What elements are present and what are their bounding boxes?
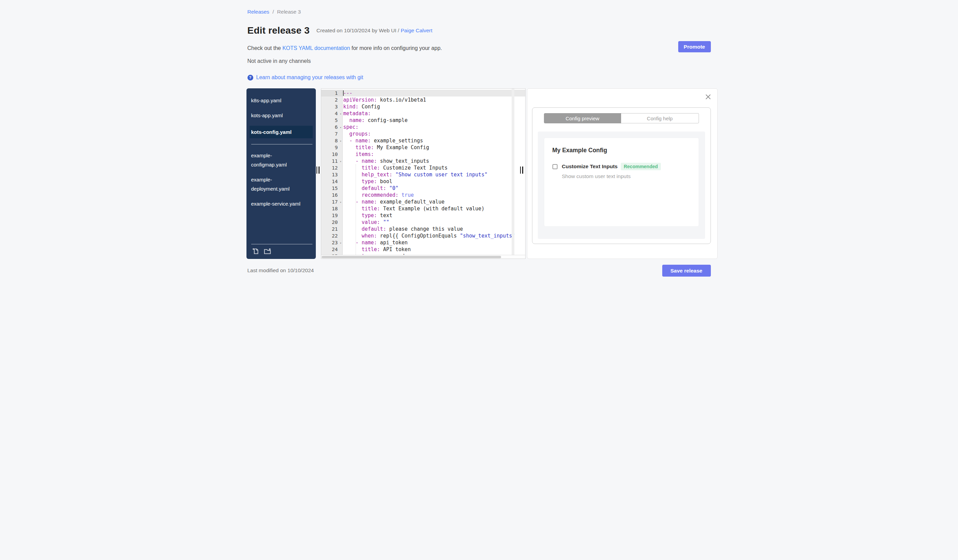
yaml-plain xyxy=(343,179,362,185)
yaml-editor[interactable]: 1---2apiVersion: kots.io/v1beta13kind: C… xyxy=(321,89,526,259)
line-number[interactable]: 22 xyxy=(321,233,343,239)
yaml-plain xyxy=(343,192,362,198)
config-item-label[interactable]: Customize Text Inputs xyxy=(562,163,618,169)
code-line-5[interactable]: 5 name: config-sample xyxy=(321,117,525,124)
preview-resize-handle[interactable] xyxy=(520,166,523,174)
code-line-18[interactable]: 18 title: Text Example (with default val… xyxy=(321,205,525,212)
code-line-10[interactable]: 10 items: xyxy=(321,151,525,158)
code-text: items: xyxy=(343,151,525,158)
code-line-17[interactable]: 17▾ - name: example_default_value xyxy=(321,198,525,205)
fold-arrow-icon[interactable]: ▾ xyxy=(339,240,341,246)
git-releases-link[interactable]: Learn about managing your releases with … xyxy=(256,74,363,81)
code-line-15[interactable]: 15 default: "0" xyxy=(321,185,525,191)
code-line-13[interactable]: 13 help_text: "Show custom user text inp… xyxy=(321,171,525,178)
sidebar-resize-handle[interactable] xyxy=(317,166,320,174)
code-line-19[interactable]: 19 type: text xyxy=(321,212,525,219)
line-number[interactable]: 9 xyxy=(321,144,343,151)
code-line-4[interactable]: 4▾metadata: xyxy=(321,110,525,117)
tab-config-preview[interactable]: Config preview xyxy=(544,113,622,123)
code-line-3[interactable]: 3kind: Config xyxy=(321,103,525,110)
sidebar-file-example-deployment.yaml[interactable]: example-deployment.yaml xyxy=(246,175,316,193)
yaml-plain: example_settings xyxy=(371,138,423,144)
code-line-20[interactable]: 20 value: "" xyxy=(321,219,525,226)
sidebar-file-kots-config.yaml[interactable]: kots-config.yaml xyxy=(249,126,313,138)
save-release-button[interactable]: Save release xyxy=(662,265,711,277)
release-editor-page: Releases / Release 3 Edit release 3 Crea… xyxy=(240,0,718,280)
add-file-icon[interactable] xyxy=(252,248,259,255)
code-line-23[interactable]: 23▾ - name: api_token xyxy=(321,239,525,246)
code-line-16[interactable]: 16 recommended: true xyxy=(321,191,525,198)
fold-arrow-icon[interactable]: ▾ xyxy=(339,199,341,206)
sidebar-file-example-configmap.yaml[interactable]: example-configmap.yaml xyxy=(246,151,316,169)
fold-arrow-icon[interactable]: ▾ xyxy=(339,138,341,144)
kots-yaml-doc-link[interactable]: KOTS YAML documentation xyxy=(282,45,350,51)
line-number[interactable]: 10 xyxy=(321,151,343,158)
line-number[interactable]: 19 xyxy=(321,212,343,219)
code-line-11[interactable]: 11▾ - name: show_text_inputs xyxy=(321,158,525,165)
breadcrumb-releases-link[interactable]: Releases xyxy=(247,9,270,14)
code-text: kind: Config xyxy=(343,103,525,110)
line-number[interactable]: 16 xyxy=(321,191,343,198)
line-number[interactable]: 4▾ xyxy=(321,110,343,117)
code-line-22[interactable]: 22 when: repl{{ ConfigOptionEquals "show… xyxy=(321,233,525,239)
code-text: title: Customize Text Inputs xyxy=(343,165,525,171)
yaml-key: groups: xyxy=(349,131,371,137)
sidebar-file-k8s-app.yaml[interactable]: k8s-app.yaml xyxy=(246,96,316,105)
line-number[interactable]: 23▾ xyxy=(321,239,343,246)
yaml-plain xyxy=(343,158,355,164)
yaml-key: - name: xyxy=(355,199,377,205)
code-line-24[interactable]: 24 title: API token xyxy=(321,246,525,253)
fold-arrow-icon[interactable]: ▾ xyxy=(339,158,341,165)
sidebar-file-example-service.yaml[interactable]: example-service.yaml xyxy=(246,199,316,208)
fold-arrow-icon[interactable]: ▾ xyxy=(339,111,341,117)
code-line-1[interactable]: 1--- xyxy=(321,90,525,96)
line-number[interactable]: 14 xyxy=(321,178,343,185)
line-number[interactable]: 15 xyxy=(321,185,343,191)
yaml-key: title: xyxy=(362,246,380,253)
line-number[interactable]: 1 xyxy=(321,90,343,96)
line-number[interactable]: 3 xyxy=(321,103,343,110)
line-number[interactable]: 8▾ xyxy=(321,137,343,144)
line-number[interactable]: 13 xyxy=(321,171,343,178)
yaml-plain: config-sample xyxy=(365,117,408,123)
main-row: k8s-app.yamlkots-app.yamlkots-config.yam… xyxy=(246,89,718,259)
line-number[interactable]: 5 xyxy=(321,117,343,124)
line-number[interactable]: 18 xyxy=(321,205,343,212)
line-number[interactable]: 6▾ xyxy=(321,124,343,130)
fold-arrow-icon[interactable]: ▾ xyxy=(339,124,341,131)
scrollbar-thumb[interactable] xyxy=(322,256,501,258)
yaml-plain: api_token xyxy=(377,240,408,246)
config-group-title: My Example Config xyxy=(552,147,690,154)
line-number[interactable]: 21 xyxy=(321,226,343,233)
editor-horizontal-scrollbar[interactable] xyxy=(321,255,525,259)
editor-vertical-scrollbar[interactable] xyxy=(512,89,514,255)
code-line-14[interactable]: 14 type: bool xyxy=(321,178,525,185)
code-text: type: text xyxy=(343,212,525,219)
code-line-6[interactable]: 6▾spec: xyxy=(321,124,525,130)
sidebar-file-kots-app.yaml[interactable]: kots-app.yaml xyxy=(246,111,316,120)
code-line-9[interactable]: 9 title: My Example Config xyxy=(321,144,525,151)
author-link[interactable]: Paige Calvert xyxy=(401,27,432,33)
line-number[interactable]: 24 xyxy=(321,246,343,253)
config-checkbox[interactable] xyxy=(552,164,558,169)
yaml-plain: example_default_value xyxy=(377,199,445,205)
yaml-key: default: xyxy=(362,226,386,232)
yaml-plain xyxy=(392,172,395,178)
tab-config-help[interactable]: Config help xyxy=(621,113,699,123)
code-line-8[interactable]: 8▾ - name: example_settings xyxy=(321,137,525,144)
line-number[interactable]: 7 xyxy=(321,130,343,137)
line-number[interactable]: 12 xyxy=(321,165,343,171)
yaml-plain: My Example Config xyxy=(374,144,429,150)
yaml-plain: API token xyxy=(380,246,411,253)
add-folder-icon[interactable] xyxy=(264,248,272,255)
line-number[interactable]: 11▾ xyxy=(321,158,343,165)
line-number[interactable]: 17▾ xyxy=(321,198,343,205)
line-number[interactable]: 2 xyxy=(321,96,343,103)
promote-button[interactable]: Promote xyxy=(678,41,711,52)
close-icon[interactable] xyxy=(704,93,712,101)
code-line-7[interactable]: 7 groups: xyxy=(321,130,525,137)
code-line-21[interactable]: 21 default: please change this value xyxy=(321,226,525,233)
line-number[interactable]: 20 xyxy=(321,219,343,226)
code-line-2[interactable]: 2apiVersion: kots.io/v1beta1 xyxy=(321,96,525,103)
code-line-12[interactable]: 12 title: Customize Text Inputs xyxy=(321,165,525,171)
